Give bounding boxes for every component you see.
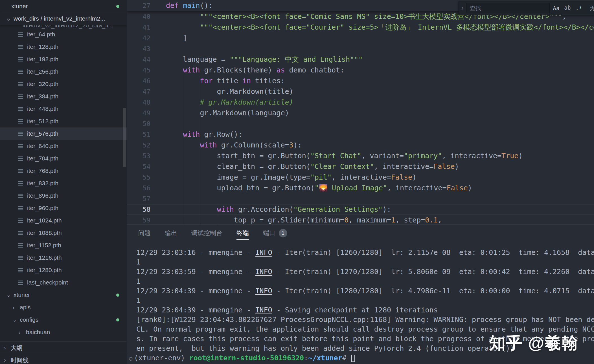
token: ) [455, 162, 459, 171]
binary-file-icon [18, 194, 23, 198]
match-case-button[interactable]: Aa [551, 3, 561, 13]
panel-tab-problems[interactable]: 问题 [138, 225, 151, 242]
token: 12/29 23:04:39 - mmengine - [136, 287, 255, 295]
find-input[interactable]: 查找 [466, 3, 550, 13]
token: en present, but this warning has only be… [136, 344, 514, 352]
line-number: 50 [127, 118, 166, 129]
folder-item-configs[interactable]: ⌄configs [0, 314, 127, 326]
token: def [166, 1, 179, 10]
line-number: 41 [127, 22, 166, 33]
folder-item-baichuan[interactable]: ›baichuan [0, 326, 127, 338]
line-number: 59 [127, 215, 166, 224]
file-item-iter_832.pth[interactable]: iter_832.pth [0, 177, 127, 189]
timeline-section-header[interactable]: › 时间线 [0, 354, 127, 364]
folder-item-xtuner[interactable]: ⌄xtuner [0, 289, 127, 301]
file-item-iter_64.pth[interactable]: iter_64.pth [0, 28, 127, 41]
line-content: with gr.Column(scale=3): [166, 140, 302, 151]
line-number: 53 [127, 151, 166, 161]
token: image = gr.Image(type= [166, 173, 310, 181]
terminal-line: 12/29 23:04:39 - mmengine - INFO - Savin… [136, 305, 594, 315]
command-decoration-icon: ○ [129, 354, 132, 363]
terminal-line: 1 [136, 257, 594, 267]
code-line-53: 53 start_btn = gr.Button("Start Chat", v… [127, 151, 594, 161]
folder-header-work-dirs[interactable]: ⌄ work_dirs / internvl_v2_internlm2... [0, 12, 127, 25]
token: root@intern-studio-50196320 [189, 354, 304, 362]
code-viewport[interactable]: 40 """<center><B><font face="Comic Sans … [127, 0, 594, 224]
toggle-replace-button[interactable]: › [459, 1, 466, 15]
file-item-iter_512.pth[interactable]: iter_512.pth [0, 115, 127, 127]
token: ) [412, 173, 417, 181]
line-number: 57 [127, 193, 166, 204]
token: , variant= [361, 152, 404, 160]
whole-word-button[interactable]: ab [563, 3, 572, 13]
token: 1 [136, 277, 141, 285]
token: 12/29 23:03:16 - mmengine - [136, 248, 255, 257]
token [166, 77, 200, 85]
file-item-iter_1152.pth[interactable]: iter_1152.pth [0, 239, 127, 252]
line-number: 44 [127, 54, 166, 65]
explorer-root[interactable]: xtuner [0, 0, 127, 12]
token: INFO [255, 306, 272, 314]
file-item-iter_384.pth[interactable]: iter_384.pth [0, 90, 127, 103]
token: titles: [251, 77, 285, 85]
code-line-58: 58 with gr.Accordion("Generation Setting… [127, 204, 594, 215]
file-item-iter_1280.pth[interactable]: iter_1280.pth [0, 264, 127, 276]
token: True [501, 152, 518, 160]
file-item-iter_960.pth[interactable]: iter_960.pth [0, 202, 127, 214]
sidebar-scrollbar[interactable] [123, 108, 126, 167]
file-item-iter_1216.pth[interactable]: iter_1216.pth [0, 252, 127, 264]
token: ~/xtuner [308, 354, 342, 362]
code-line-48: 48 # gr.Markdown(article) [127, 97, 594, 108]
panel-tab-debug-console[interactable]: 调试控制台 [191, 225, 222, 242]
terminal-line: ○(xtuner-env) root@intern-studio-5019632… [136, 353, 594, 363]
token: , interactive= [374, 162, 434, 171]
token: # gr.Markdown(article) [166, 98, 293, 106]
token: clear_btn = gr.Button( [166, 162, 310, 171]
line-number: 47 [127, 86, 166, 97]
file-item-iter_1024.pth[interactable]: iter_1024.pth [0, 214, 127, 227]
token [166, 12, 200, 21]
token: """<center><B><font face="Courier" size=… [200, 23, 594, 31]
file-item-iter_896.pth[interactable]: iter_896.pth [0, 189, 127, 202]
panel-tab-terminal[interactable]: 终端 [236, 225, 249, 242]
code-line-56: 56 upload_btn = gr.Button("🌄 Upload Imag… [127, 183, 594, 193]
token: [rank0]:[W1229 23:04:43.802267627 Proces… [136, 316, 594, 324]
token: - Iter(train) [1280/1280] lr: 4.7986e-11… [272, 287, 594, 295]
code-line-43: 43 [127, 43, 594, 54]
code-line-52: 52 with gr.Column(scale=3): [127, 140, 594, 151]
file-item-iter_128.pth[interactable]: iter_128.pth [0, 41, 127, 53]
regex-button[interactable]: .* [574, 3, 584, 13]
git-modified-dot [116, 318, 119, 321]
line-number: 27 [127, 0, 166, 11]
binary-file-icon [18, 57, 23, 61]
file-item-iter_256.pth[interactable]: iter_256.pth [0, 65, 127, 78]
line-number: 43 [127, 43, 166, 54]
outline-section-header[interactable]: › 大纲 [0, 341, 127, 354]
file-item-iter_192.pth[interactable]: iter_192.pth [0, 53, 127, 65]
item-label: iter_1280.pth [27, 267, 62, 273]
folder-item-apis[interactable]: ›apis [0, 301, 127, 314]
token: title [213, 77, 242, 85]
panel-tab-ports[interactable]: 端口1 [263, 225, 287, 242]
code-line-50: 50 [127, 118, 594, 129]
code-line-54: 54 clear_btn = gr.Button("Clear Context"… [127, 161, 594, 172]
item-label: iter_512.pth [27, 118, 58, 125]
panel-tab-output[interactable]: 输出 [165, 225, 177, 242]
line-content: """<center><B><font face="Courier" size=… [166, 22, 594, 33]
file-item-iter_320.pth[interactable]: iter_320.pth [0, 78, 127, 90]
token: upload_btn = gr.Button( [166, 184, 315, 192]
token: False [433, 162, 455, 171]
token: for [200, 77, 212, 85]
item-label: iter_256.pth [27, 68, 58, 75]
token: 12/29 23:03:59 - mmengine - [136, 268, 255, 276]
item-label: iter_704.pth [27, 155, 58, 162]
file-item-iter_576.pth[interactable]: iter_576.pth [0, 127, 127, 140]
line-number: 46 [127, 76, 166, 86]
file-item-last_checkpoint[interactable]: last_checkpoint [0, 276, 127, 289]
file-item-iter_1088.pth[interactable]: iter_1088.pth [0, 227, 127, 239]
line-content: language = """Language: 中文 and English""… [166, 54, 363, 65]
file-item-iter_640.pth[interactable]: iter_640.pth [0, 140, 127, 152]
file-item-iter_704.pth[interactable]: iter_704.pth [0, 152, 127, 165]
file-item-iter_768.pth[interactable]: iter_768.pth [0, 165, 127, 177]
file-item-iter_448.pth[interactable]: iter_448.pth [0, 103, 127, 115]
